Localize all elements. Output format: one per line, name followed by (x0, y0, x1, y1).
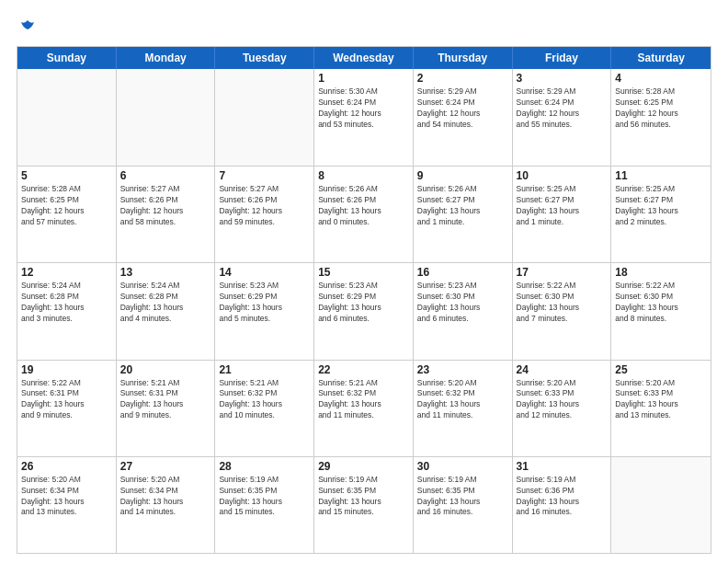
calendar-row-4: 26Sunrise: 5:20 AM Sunset: 6:34 PM Dayli… (17, 456, 711, 553)
day-info: Sunrise: 5:26 AM Sunset: 6:26 PM Dayligh… (318, 184, 409, 228)
day-cell-28: 28Sunrise: 5:19 AM Sunset: 6:35 PM Dayli… (215, 457, 314, 553)
weekday-header-monday: Monday (117, 47, 216, 69)
day-info: Sunrise: 5:25 AM Sunset: 6:27 PM Dayligh… (517, 184, 608, 228)
day-cell-7: 7Sunrise: 5:27 AM Sunset: 6:26 PM Daylig… (215, 167, 314, 262)
weekday-header-thursday: Thursday (414, 47, 513, 69)
calendar: SundayMondayTuesdayWednesdayThursdayFrid… (17, 46, 711, 554)
day-info: Sunrise: 5:20 AM Sunset: 6:33 PM Dayligh… (615, 378, 707, 422)
day-number: 17 (517, 266, 608, 279)
weekday-header-friday: Friday (513, 47, 612, 69)
day-info: Sunrise: 5:30 AM Sunset: 6:24 PM Dayligh… (318, 86, 409, 131)
day-cell-12: 12Sunrise: 5:24 AM Sunset: 6:28 PM Dayli… (17, 263, 117, 359)
day-info: Sunrise: 5:21 AM Sunset: 6:32 PM Dayligh… (219, 378, 310, 422)
weekday-header-tuesday: Tuesday (215, 47, 314, 69)
calendar-row-1: 5Sunrise: 5:28 AM Sunset: 6:25 PM Daylig… (17, 166, 711, 262)
day-cell-30: 30Sunrise: 5:19 AM Sunset: 6:35 PM Dayli… (414, 457, 513, 553)
day-number: 4 (615, 72, 707, 85)
day-info: Sunrise: 5:26 AM Sunset: 6:27 PM Dayligh… (417, 184, 508, 228)
day-number: 27 (120, 460, 211, 473)
logo-text (17, 17, 39, 37)
day-number: 31 (517, 460, 608, 473)
day-info: Sunrise: 5:20 AM Sunset: 6:34 PM Dayligh… (120, 475, 211, 519)
day-cell-16: 16Sunrise: 5:23 AM Sunset: 6:30 PM Dayli… (414, 263, 513, 359)
day-cell-18: 18Sunrise: 5:22 AM Sunset: 6:30 PM Dayli… (611, 263, 711, 359)
day-number: 26 (21, 460, 112, 473)
day-info: Sunrise: 5:19 AM Sunset: 6:35 PM Dayligh… (318, 475, 409, 519)
day-cell-24: 24Sunrise: 5:20 AM Sunset: 6:33 PM Dayli… (513, 361, 612, 456)
day-cell-2: 2Sunrise: 5:29 AM Sunset: 6:24 PM Daylig… (414, 69, 513, 166)
day-cell-15: 15Sunrise: 5:23 AM Sunset: 6:29 PM Dayli… (314, 263, 414, 359)
day-number: 15 (318, 266, 409, 279)
day-number: 12 (21, 266, 112, 279)
day-cell-3: 3Sunrise: 5:29 AM Sunset: 6:24 PM Daylig… (513, 69, 612, 166)
day-cell-27: 27Sunrise: 5:20 AM Sunset: 6:34 PM Dayli… (117, 457, 216, 553)
day-info: Sunrise: 5:22 AM Sunset: 6:30 PM Dayligh… (615, 281, 707, 325)
calendar-body: 1Sunrise: 5:30 AM Sunset: 6:24 PM Daylig… (17, 69, 711, 553)
day-cell-19: 19Sunrise: 5:22 AM Sunset: 6:31 PM Dayli… (17, 361, 117, 456)
day-info: Sunrise: 5:24 AM Sunset: 6:28 PM Dayligh… (21, 281, 112, 325)
day-info: Sunrise: 5:27 AM Sunset: 6:26 PM Dayligh… (120, 184, 211, 228)
day-cell-17: 17Sunrise: 5:22 AM Sunset: 6:30 PM Dayli… (513, 263, 612, 359)
day-cell-29: 29Sunrise: 5:19 AM Sunset: 6:35 PM Dayli… (314, 457, 414, 553)
day-number: 16 (417, 266, 508, 279)
day-info: Sunrise: 5:29 AM Sunset: 6:24 PM Dayligh… (517, 86, 608, 131)
day-info: Sunrise: 5:28 AM Sunset: 6:25 PM Dayligh… (21, 184, 112, 228)
day-number: 19 (21, 363, 112, 376)
day-number: 28 (219, 460, 310, 473)
day-cell-11: 11Sunrise: 5:25 AM Sunset: 6:27 PM Dayli… (611, 167, 711, 262)
day-cell-13: 13Sunrise: 5:24 AM Sunset: 6:28 PM Dayli… (117, 263, 216, 359)
empty-cell-0-2 (215, 69, 314, 166)
weekday-header-sunday: Sunday (17, 47, 117, 69)
day-cell-22: 22Sunrise: 5:21 AM Sunset: 6:32 PM Dayli… (314, 361, 414, 456)
day-info: Sunrise: 5:23 AM Sunset: 6:29 PM Dayligh… (318, 281, 409, 325)
day-number: 11 (615, 169, 707, 182)
day-info: Sunrise: 5:19 AM Sunset: 6:36 PM Dayligh… (517, 475, 608, 519)
day-number: 20 (120, 363, 211, 376)
day-number: 8 (318, 169, 409, 182)
empty-cell-4-6 (611, 457, 711, 553)
calendar-row-2: 12Sunrise: 5:24 AM Sunset: 6:28 PM Dayli… (17, 262, 711, 359)
day-info: Sunrise: 5:20 AM Sunset: 6:34 PM Dayligh… (21, 475, 112, 519)
day-number: 21 (219, 363, 310, 376)
day-info: Sunrise: 5:25 AM Sunset: 6:27 PM Dayligh… (615, 184, 707, 228)
day-info: Sunrise: 5:23 AM Sunset: 6:30 PM Dayligh… (417, 281, 508, 325)
day-number: 1 (318, 72, 409, 85)
day-number: 13 (120, 266, 211, 279)
day-info: Sunrise: 5:20 AM Sunset: 6:32 PM Dayligh… (417, 378, 508, 422)
day-number: 29 (318, 460, 409, 473)
day-number: 5 (21, 169, 112, 182)
day-number: 30 (417, 460, 508, 473)
day-number: 14 (219, 266, 310, 279)
calendar-row-3: 19Sunrise: 5:22 AM Sunset: 6:31 PM Dayli… (17, 360, 711, 456)
day-info: Sunrise: 5:19 AM Sunset: 6:35 PM Dayligh… (219, 475, 310, 519)
logo-wave-icon (17, 17, 38, 37)
day-info: Sunrise: 5:21 AM Sunset: 6:32 PM Dayligh… (318, 378, 409, 422)
day-cell-5: 5Sunrise: 5:28 AM Sunset: 6:25 PM Daylig… (17, 167, 117, 262)
day-info: Sunrise: 5:28 AM Sunset: 6:25 PM Dayligh… (615, 86, 707, 131)
day-cell-4: 4Sunrise: 5:28 AM Sunset: 6:25 PM Daylig… (611, 69, 711, 166)
day-number: 2 (417, 72, 508, 85)
day-number: 25 (615, 363, 707, 376)
day-cell-10: 10Sunrise: 5:25 AM Sunset: 6:27 PM Dayli… (513, 167, 612, 262)
day-info: Sunrise: 5:19 AM Sunset: 6:35 PM Dayligh… (417, 475, 508, 519)
calendar-row-0: 1Sunrise: 5:30 AM Sunset: 6:24 PM Daylig… (17, 69, 711, 166)
logo (17, 17, 39, 37)
day-number: 7 (219, 169, 310, 182)
day-info: Sunrise: 5:23 AM Sunset: 6:29 PM Dayligh… (219, 281, 310, 325)
empty-cell-0-1 (117, 69, 216, 166)
day-number: 18 (615, 266, 707, 279)
day-cell-23: 23Sunrise: 5:20 AM Sunset: 6:32 PM Dayli… (414, 361, 513, 456)
empty-cell-0-0 (17, 69, 117, 166)
weekday-header-saturday: Saturday (611, 47, 711, 69)
calendar-header: SundayMondayTuesdayWednesdayThursdayFrid… (17, 47, 711, 69)
day-info: Sunrise: 5:27 AM Sunset: 6:26 PM Dayligh… (219, 184, 310, 228)
day-number: 24 (517, 363, 608, 376)
day-cell-21: 21Sunrise: 5:21 AM Sunset: 6:32 PM Dayli… (215, 361, 314, 456)
day-cell-25: 25Sunrise: 5:20 AM Sunset: 6:33 PM Dayli… (611, 361, 711, 456)
day-cell-31: 31Sunrise: 5:19 AM Sunset: 6:36 PM Dayli… (513, 457, 612, 553)
page: SundayMondayTuesdayWednesdayThursdayFrid… (0, 0, 728, 563)
day-info: Sunrise: 5:29 AM Sunset: 6:24 PM Dayligh… (417, 86, 508, 131)
day-cell-14: 14Sunrise: 5:23 AM Sunset: 6:29 PM Dayli… (215, 263, 314, 359)
day-cell-26: 26Sunrise: 5:20 AM Sunset: 6:34 PM Dayli… (17, 457, 117, 553)
day-number: 23 (417, 363, 508, 376)
